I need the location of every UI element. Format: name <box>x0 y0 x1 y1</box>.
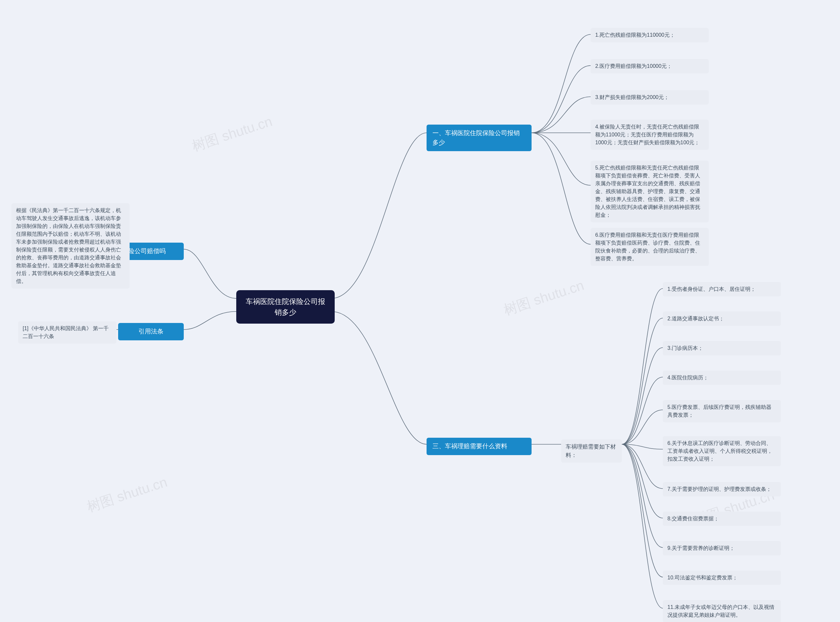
b3-item-6-text: 6.关于休息误工的医疗诊断证明、劳动合同、工资单或者收入证明、个人所得税交税证明… <box>667 441 773 462</box>
b1-item-1[interactable]: 1.死亡伤残赔偿限额为110000元； <box>591 28 709 42</box>
b3-item-7-text: 7.关于需要护理的证明、护理费发票或收条； <box>667 486 771 492</box>
b3-item-1-text: 1.受伤者身份证、户口本、居住证明； <box>667 286 756 292</box>
b1-item-2-text: 2.医疗费用赔偿限额为10000元； <box>595 63 672 69</box>
b3-item-5-text: 5.医疗费发票、后续医疗费证明，残疾辅助器具费发票； <box>667 404 771 418</box>
b1-item-5-text: 5.死亡伤残赔偿限额和无责任死亡伤残赔偿限额项下负责赔偿丧葬费、死亡补偿费、受害… <box>595 165 700 218</box>
b3-item-5[interactable]: 5.医疗费发票、后续医疗费证明，残疾辅助器具费发票； <box>663 400 781 422</box>
b3-item-1[interactable]: 1.受伤者身份证、户口本、居住证明； <box>663 282 781 296</box>
watermark: 树图 shutu.cn <box>189 112 275 156</box>
b3-item-11[interactable]: 11.未成年子女或年迈父母的户口本、以及视情况提供家庭兄弟姐妹户籍证明。 <box>663 600 781 622</box>
b3-item-2-text: 2.道路交通事故认定书； <box>667 316 724 321</box>
watermark: 树图 shutu.cn <box>85 473 170 516</box>
branch-4-label: 引用法条 <box>139 328 163 335</box>
b1-item-5[interactable]: 5.死亡伤残赔偿限额和无责任死亡伤残赔偿限额项下负责赔偿丧葬费、死亡补偿费、受害… <box>591 161 709 222</box>
branch-3-sub[interactable]: 车祸理赔需要如下材料： <box>561 439 622 463</box>
b1-item-2[interactable]: 2.医疗费用赔偿限额为10000元； <box>591 59 709 73</box>
b1-item-6-text: 6.医疗费用赔偿限额和无责任医疗费用赔偿限额项下负责赔偿医药费、诊疗费、住院费、… <box>595 232 700 261</box>
b3-item-10-text: 10.司法鉴定书和鉴定费发票； <box>667 575 738 580</box>
b3-item-10[interactable]: 10.司法鉴定书和鉴定费发票； <box>663 570 781 585</box>
b3-item-3[interactable]: 3.门诊病历本； <box>663 341 781 355</box>
branch-3-sub-text: 车祸理赔需要如下材料： <box>566 444 616 458</box>
b3-item-8-text: 8.交通费住宿费票据； <box>667 516 719 521</box>
root-node[interactable]: 车祸医院住院保险公司报销多少 <box>236 290 335 324</box>
branch-3-label: 三、车祸理赔需要什么资料 <box>432 443 507 450</box>
b3-item-7[interactable]: 7.关于需要护理的证明、护理费发票或收条； <box>663 482 781 496</box>
connector-lines <box>0 0 840 622</box>
b3-item-9-text: 9.关于需要营养的诊断证明； <box>667 545 735 551</box>
b3-item-3-text: 3.门诊病历本； <box>667 345 703 351</box>
b3-item-2[interactable]: 2.道路交通事故认定书； <box>663 311 781 326</box>
b1-item-3-text: 3.财产损失赔偿限额为2000元； <box>595 95 669 100</box>
b3-item-9[interactable]: 9.关于需要营养的诊断证明； <box>663 541 781 555</box>
b1-item-4-text: 4.被保险人无责任时，无责任死亡伤残赔偿限额为11000元；无责任医疗费用赔偿限… <box>595 124 699 145</box>
b1-item-6[interactable]: 6.医疗费用赔偿限额和无责任医疗费用赔偿限额项下负责赔偿医药费、诊疗费、住院费、… <box>591 228 709 266</box>
b1-item-3[interactable]: 3.财产损失赔偿限额为2000元； <box>591 90 709 105</box>
b3-item-11-text: 11.未成年子女或年迈父母的户口本、以及视情况提供家庭兄弟姐妹户籍证明。 <box>667 604 774 618</box>
branch-1-label: 一、车祸医院住院保险公司报销多少 <box>432 130 520 146</box>
b3-item-8[interactable]: 8.交通费住宿费票据； <box>663 512 781 526</box>
watermark: 树图 shutu.cn <box>501 276 586 319</box>
b4-leaf[interactable]: [1]《中华人民共和国民法典》 第一千二百一十六条 <box>18 321 116 344</box>
branch-4[interactable]: 引用法条 <box>118 323 184 340</box>
b3-item-6[interactable]: 6.关于休息误工的医疗诊断证明、劳动合同、工资单或者收入证明、个人所得税交税证明… <box>663 436 781 466</box>
b3-item-4[interactable]: 4.医院住院病历； <box>663 370 781 385</box>
b3-item-4-text: 4.医院住院病历； <box>667 375 709 380</box>
branch-3[interactable]: 三、车祸理赔需要什么资料 <box>426 438 531 455</box>
branch-1[interactable]: 一、车祸医院住院保险公司报销多少 <box>426 125 531 151</box>
b4-leaf-text: [1]《中华人民共和国民法典》 第一千二百一十六条 <box>23 326 108 339</box>
b1-item-1-text: 1.死亡伤残赔偿限额为110000元； <box>595 32 675 38</box>
b2-leaf-text: 根据《民法典》第一千二百一十六条规定，机动车驾驶人发生交通事故后逃逸，该机动车参… <box>16 207 121 284</box>
b2-leaf[interactable]: 根据《民法典》第一千二百一十六条规定，机动车驾驶人发生交通事故后逃逸，该机动车参… <box>11 203 130 288</box>
b1-item-4[interactable]: 4.被保险人无责任时，无责任死亡伤残赔偿限额为11000元；无责任医疗费用赔偿限… <box>591 120 709 150</box>
root-title: 车祸医院住院保险公司报销多少 <box>246 297 325 316</box>
